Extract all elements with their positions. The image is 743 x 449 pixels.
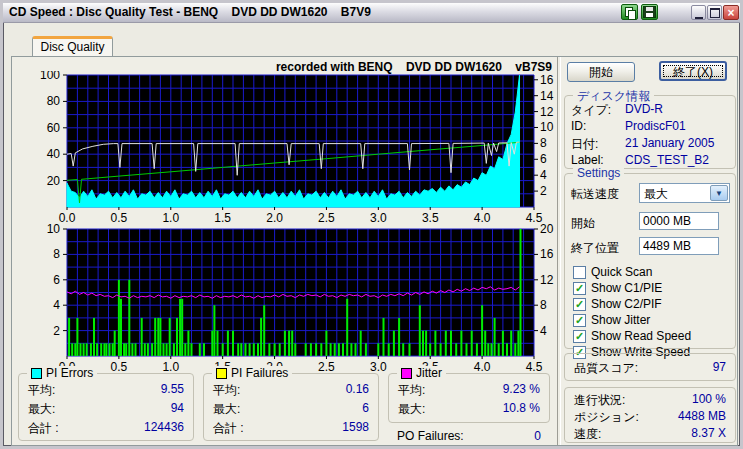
position-value: 4488 MB <box>678 409 726 426</box>
window-title: CD Speed : Disc Quality Test - BENQ DVD … <box>9 5 371 19</box>
speed-select[interactable]: 最大 ▼ <box>639 183 730 203</box>
start-position-field[interactable] <box>639 212 719 230</box>
chevron-down-icon[interactable]: ▼ <box>710 185 728 201</box>
maximize-icon <box>710 8 720 18</box>
svg-text:80: 80 <box>47 94 61 108</box>
copy-icon <box>625 7 635 18</box>
checkbox-icon[interactable]: ✓ <box>573 298 586 311</box>
checkbox-show-read-speed[interactable]: ✓ Show Read Speed <box>573 329 691 343</box>
pi-failures-title: PI Failures <box>231 366 288 380</box>
svg-text:4: 4 <box>540 324 547 338</box>
stat-row: 平均:0.16 <box>213 382 369 399</box>
settings-group: Settings 転送速度 最大 ▼ 開始 終了位置 Quick Scan ✓ … <box>564 173 736 349</box>
jitter-stats-box: Jitter 平均:9.23 % 最大:10.8 % <box>388 373 550 423</box>
end-position-field[interactable] <box>639 237 719 255</box>
speed-row: 速度:8.37 X <box>574 426 726 443</box>
progress-value: 100 % <box>692 392 726 409</box>
close-button[interactable]: × <box>723 5 739 20</box>
svg-text:100: 100 <box>40 71 60 82</box>
stat-row: 平均:9.23 % <box>398 382 540 399</box>
svg-text:14: 14 <box>540 89 554 103</box>
save-button[interactable] <box>641 4 658 20</box>
start-pos-label: 開始 <box>571 215 595 232</box>
disc-date-value: 21 January 2005 <box>625 136 714 150</box>
pi-errors-swatch <box>31 368 42 379</box>
po-failures-row: PO Failures: 0 <box>397 429 541 443</box>
title-bar[interactable]: CD Speed : Disc Quality Test - BENQ DVD … <box>3 3 740 23</box>
svg-text:20: 20 <box>540 222 554 236</box>
save-icon <box>643 6 656 18</box>
checkbox-quick-scan[interactable]: Quick Scan <box>573 265 652 279</box>
checkbox-icon[interactable] <box>573 266 586 279</box>
checkbox-icon[interactable]: ✓ <box>573 282 586 295</box>
svg-text:40: 40 <box>47 147 61 161</box>
svg-text:4.0: 4.0 <box>474 360 491 371</box>
checkbox-show-c1-pie[interactable]: ✓ Show C1/PIE <box>573 281 662 295</box>
svg-text:2: 2 <box>540 184 547 198</box>
svg-text:10: 10 <box>47 222 61 236</box>
quality-score-row: 品質スコア: 97 <box>574 360 726 377</box>
pi-failures-stats-box: PI Failures 平均:0.16 最大:6 合計 :1598 <box>203 373 379 441</box>
minimize-button[interactable] <box>691 5 706 20</box>
svg-text:3.0: 3.0 <box>370 360 387 371</box>
stat-row: 合計 :1598 <box>213 420 369 437</box>
quality-score-label: 品質スコア: <box>574 360 638 377</box>
tab-label: Disc Quality <box>40 40 104 54</box>
stat-row: 最大:10.8 % <box>398 401 540 418</box>
stat-row: 最大:6 <box>213 401 369 418</box>
svg-text:4.5: 4.5 <box>526 360 543 371</box>
disc-info-group: ディスク情報 タイプ: DVD-R ID: ProdiscF01 日付: 21 … <box>564 95 736 169</box>
exit-button[interactable]: 終了(X) <box>659 61 727 81</box>
copy-button[interactable] <box>621 4 638 20</box>
tab-page: recorded with BENQ DVD DD DW1620 vB7S9 0… <box>11 56 738 446</box>
checkbox-icon[interactable]: ✓ <box>573 314 586 327</box>
stat-row: 合計 :124436 <box>28 420 184 437</box>
svg-text:6: 6 <box>540 152 547 166</box>
position-row: ポジション:4488 MB <box>574 409 726 426</box>
pi-failures-swatch <box>216 368 227 379</box>
end-pos-label: 終了位置 <box>571 240 619 257</box>
quality-score-box: 品質スコア: 97 <box>564 353 736 381</box>
svg-text:0.5: 0.5 <box>111 360 128 371</box>
quality-score-value: 97 <box>713 360 726 377</box>
svg-text:8: 8 <box>53 247 60 261</box>
jitter-title: Jitter <box>416 366 442 380</box>
pi-errors-title: PI Errors <box>46 366 93 380</box>
pi-errors-stats-box: PI Errors 平均:9.55 最大:94 合計 :124436 <box>18 373 194 441</box>
svg-text:10: 10 <box>540 120 554 134</box>
app-window: CD Speed : Disc Quality Test - BENQ DVD … <box>0 0 743 449</box>
svg-text:4: 4 <box>53 298 60 312</box>
checkbox-icon[interactable]: ✓ <box>573 330 586 343</box>
svg-text:4: 4 <box>540 168 547 182</box>
svg-text:16: 16 <box>540 73 554 87</box>
close-icon: × <box>727 7 734 19</box>
svg-text:8: 8 <box>540 136 547 150</box>
pi-errors-chart: 0.00.51.01.52.02.53.03.54.04.51008060402… <box>25 71 567 223</box>
stat-row: 最大:94 <box>28 401 184 418</box>
speed-value: 8.37 X <box>691 426 726 443</box>
svg-text:20: 20 <box>47 174 61 188</box>
svg-text:2: 2 <box>53 324 60 338</box>
checkbox-show-jitter[interactable]: ✓ Show Jitter <box>573 313 650 327</box>
panel-divider <box>557 57 561 445</box>
speed-label: 転送速度 <box>571 186 619 203</box>
progress-row: 進行状況:100 % <box>574 392 726 409</box>
svg-text:6: 6 <box>53 273 60 287</box>
svg-text:60: 60 <box>47 121 61 135</box>
svg-text:16: 16 <box>540 247 554 261</box>
pi-failures-chart: 0.00.51.01.52.02.53.03.54.04.51086422016… <box>25 221 567 371</box>
start-button[interactable]: 開始 <box>567 62 635 82</box>
svg-text:12: 12 <box>540 105 554 119</box>
svg-text:1.0: 1.0 <box>162 360 179 371</box>
disc-id-value: ProdiscF01 <box>625 119 686 133</box>
disc-label-value: CDS_TEST_B2 <box>625 153 709 167</box>
maximize-button[interactable] <box>707 5 722 20</box>
svg-text:8: 8 <box>540 298 547 312</box>
svg-text:2.5: 2.5 <box>318 360 335 371</box>
speed-selected-value: 最大 <box>644 186 668 203</box>
svg-text:12: 12 <box>540 273 554 287</box>
checkbox-show-c2-pif[interactable]: ✓ Show C2/PIF <box>573 297 662 311</box>
stat-row: 平均:9.55 <box>28 382 184 399</box>
settings-title: Settings <box>573 166 624 180</box>
jitter-swatch <box>401 368 412 379</box>
